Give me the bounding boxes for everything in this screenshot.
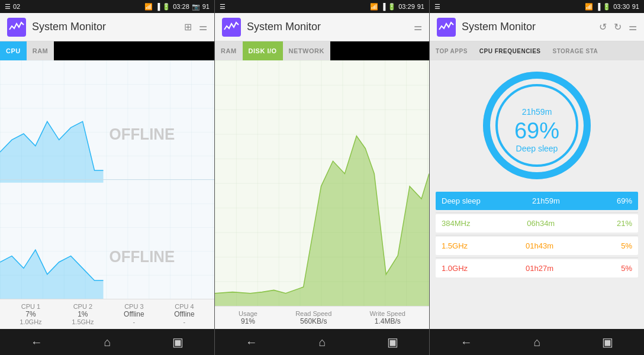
- status-notification-icon-2: ☰: [220, 3, 226, 11]
- deepsleep-label: Deep sleep: [442, 196, 481, 205]
- nav-recents-2[interactable]: ▣: [387, 335, 398, 349]
- wifi-icon-1: 📶: [144, 3, 153, 11]
- battery-num-2: 91: [417, 3, 424, 10]
- battery-num-3: 91: [632, 3, 639, 10]
- nav-back-2[interactable]: ←: [246, 335, 257, 349]
- tab-bar-2: RAM DISK I/O NETWORK: [215, 41, 429, 60]
- nav-recents-3[interactable]: ▣: [602, 335, 613, 349]
- signal-icon-3: ▐: [595, 3, 600, 10]
- tab-cpu[interactable]: CPU: [0, 41, 27, 60]
- nav-home-2[interactable]: ⌂: [318, 335, 326, 349]
- status-app-count: 02: [13, 3, 20, 10]
- tab-storage-stats[interactable]: STORAGE STA: [546, 41, 604, 60]
- cpu-chart-svg: OFFLINE OFFLINE: [0, 60, 214, 299]
- tab-network[interactable]: NETWORK: [283, 41, 330, 60]
- status-right-3: 📶 ▐ 🔋 03:30 91: [585, 3, 639, 11]
- svg-text:OFFLINE: OFFLINE: [109, 125, 175, 144]
- battery-icon-1: 🔋: [162, 3, 170, 11]
- diskio-chart-svg: [215, 60, 429, 306]
- cpu-stat-4-label: CPU 4: [174, 303, 194, 310]
- freq-384-time: 06h34m: [527, 219, 555, 228]
- undo-icon[interactable]: ↺: [599, 21, 607, 33]
- cpu-stat-2-value: 1%: [72, 310, 94, 318]
- cpu-stat-4-freq: -: [174, 318, 194, 325]
- cpu-stat-1-freq: 1.0GHz: [20, 318, 41, 325]
- cpu-stats: CPU 1 7% 1.0GHz CPU 2 1% 1.5GHz CPU 3 Of…: [5, 303, 210, 325]
- tab-diskio[interactable]: DISK I/O: [243, 41, 283, 60]
- header-icons-1: ⊞ ⚌: [184, 21, 207, 33]
- diskio-chart-area: [215, 60, 429, 306]
- freq-table: Deep sleep 21h59m 69% 384MHz 06h34m 21% …: [430, 192, 644, 280]
- tab-cpu-frequencies[interactable]: CPU FREQUENCIES: [474, 41, 547, 60]
- svg-text:Deep sleep: Deep sleep: [516, 144, 558, 153]
- disk-usage-value: 91%: [239, 317, 257, 325]
- status-time-1: 03:28: [173, 3, 189, 10]
- cpu-stat-4: CPU 4 Offline -: [174, 303, 194, 325]
- freq-10g-label: 1.0GHz: [442, 264, 468, 273]
- panel-cpu: ☰ 02 📶 ▐ 🔋 03:28 📷 91 System Monitor ⊞ ⚌: [0, 0, 215, 355]
- status-right-2: 📶 ▐ 🔋 03:29 91: [370, 3, 424, 11]
- nav-home-1[interactable]: ⌂: [104, 335, 111, 349]
- status-bar-2: ☰ 📶 ▐ 🔋 03:29 91: [215, 0, 429, 13]
- refresh-icon[interactable]: ↻: [614, 21, 622, 33]
- separator-3: [436, 257, 638, 258]
- disk-usage-label: Usage: [239, 310, 257, 317]
- cpu-stat-2-label: CPU 2: [72, 303, 94, 310]
- app-logo-2: [222, 18, 241, 37]
- cpu-stat-3-label: CPU 3: [124, 303, 144, 310]
- bottom-nav-2: ← ⌂ ▣: [215, 329, 429, 355]
- nav-home-3[interactable]: ⌂: [533, 335, 540, 349]
- status-notification-icon: ☰: [5, 3, 11, 11]
- signal-icon-1: ▐: [155, 3, 160, 10]
- panel-diskio: ☰ 📶 ▐ 🔋 03:29 91 System Monitor ⚌ RAM: [215, 0, 430, 355]
- status-left-2: ☰: [220, 3, 226, 11]
- donut-svg: 21h59m 69% Deep sleep: [478, 66, 596, 185]
- nav-recents-1[interactable]: ▣: [172, 335, 183, 349]
- status-left-1: ☰ 02: [5, 3, 20, 11]
- freq-row-384: 384MHz 06h34m 21%: [436, 214, 638, 233]
- cpu-stat-1: CPU 1 7% 1.0GHz: [20, 303, 41, 325]
- cpu-stat-1-value: 7%: [20, 310, 41, 318]
- nav-back-1[interactable]: ←: [31, 335, 43, 349]
- app-header-2: System Monitor ⚌: [215, 13, 429, 41]
- svg-rect-8: [222, 18, 241, 37]
- cpu-stat-3-value: Offline: [124, 310, 144, 318]
- freq-row-10g: 1.0GHz 01h27m 5%: [436, 259, 638, 277]
- separator-1: [436, 212, 638, 213]
- signal-icon-2: ▐: [381, 3, 385, 10]
- cpu-stat-3-freq: -: [124, 318, 144, 325]
- tab-ram-1[interactable]: RAM: [27, 41, 54, 60]
- filter-icon-1[interactable]: ⚌: [199, 21, 207, 33]
- donut-chart: 21h59m 69% Deep sleep: [478, 66, 596, 185]
- status-left-3: ☰: [434, 3, 440, 11]
- app-header-1: System Monitor ⊞ ⚌: [0, 13, 214, 41]
- deepsleep-pct: 69%: [611, 196, 632, 205]
- cpu-chart-area: OFFLINE OFFLINE: [0, 60, 214, 299]
- freq-panel-content: 21h59m 69% Deep sleep Deep sleep 21h59m …: [430, 60, 644, 329]
- freq-row-deepsleep: Deep sleep 21h59m 69%: [436, 192, 638, 210]
- tab-top-apps[interactable]: TOP APPS: [430, 41, 474, 60]
- disk-write-value: 1.4MB/s: [370, 317, 405, 325]
- app-title-3: System Monitor: [462, 21, 593, 33]
- status-time-3: 03:30: [613, 3, 630, 10]
- status-right-1: 📶 ▐ 🔋 03:28 📷 91: [144, 3, 210, 11]
- freq-384-label: 384MHz: [442, 219, 470, 228]
- filter-icon-2[interactable]: ⚌: [414, 21, 422, 33]
- disk-stats: Usage 91% Read Speed 560KB/s Write Speed…: [220, 310, 424, 325]
- tab-ram-2[interactable]: RAM: [215, 41, 243, 60]
- svg-text:69%: 69%: [514, 118, 559, 143]
- grid-icon-1[interactable]: ⊞: [184, 21, 192, 33]
- bottom-nav-3: ← ⌂ ▣: [430, 329, 644, 355]
- nav-back-3[interactable]: ←: [461, 335, 472, 349]
- filter-icon-3[interactable]: ⚌: [629, 21, 637, 33]
- diskio-footer: Usage 91% Read Speed 560KB/s Write Speed…: [215, 306, 429, 329]
- svg-rect-12: [437, 18, 456, 37]
- freq-10g-pct: 5%: [611, 264, 632, 273]
- app-logo-1: [7, 18, 26, 37]
- freq-15g-pct: 5%: [611, 241, 632, 250]
- wifi-icon-3: 📶: [585, 3, 593, 11]
- cpu-stat-2-freq: 1.5GHz: [72, 318, 94, 325]
- freq-row-15g: 1.5GHz 01h43m 5%: [436, 237, 638, 255]
- battery-icon-3: 🔋: [603, 3, 611, 11]
- status-bar-3: ☰ 📶 ▐ 🔋 03:30 91: [430, 0, 644, 13]
